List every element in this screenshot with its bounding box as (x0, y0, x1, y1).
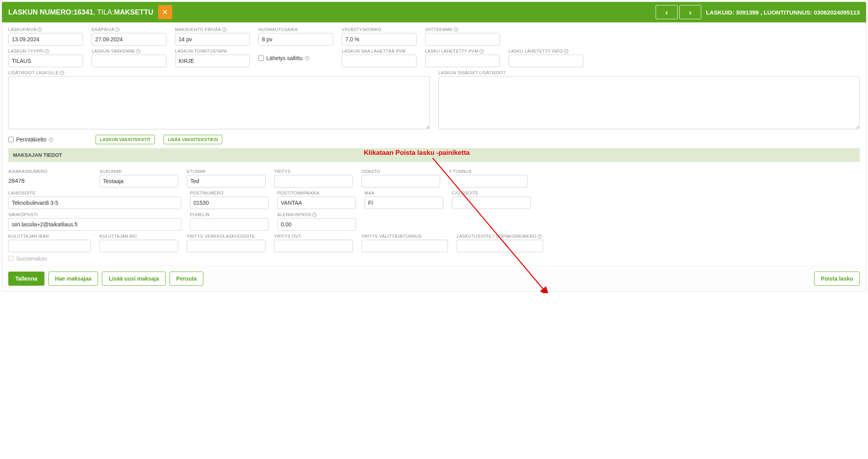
puhelin-label: PUHELIN (190, 212, 269, 217)
help-icon[interactable]: ? (564, 49, 568, 53)
maksuehto-input[interactable] (175, 33, 250, 46)
asiakasnumero-label: ASIAKASNUMERO (8, 169, 91, 174)
sisaiset-textarea[interactable] (439, 76, 860, 129)
saa-lahettaa-label: LASKUN SAA LÄHETTÄÄ PVM (342, 49, 416, 53)
laskupaiva-input[interactable] (8, 33, 83, 46)
perintakielto-label: Perintäkielto (16, 136, 46, 143)
co-osoite-input[interactable] (452, 196, 531, 209)
maksuehto-label: MAKSUEHTO PÄIVÄÄ? (175, 27, 250, 32)
lahiosoite-input[interactable] (8, 196, 181, 209)
peruuta-button[interactable]: Peruuta (170, 272, 203, 286)
kuluttajan-iban-label: KULUTTAJAN IBAN (8, 234, 91, 239)
lisaa-vakiotekstiksi-button[interactable]: LISÄÄ VAKIOTEKSTIKSI (164, 135, 223, 144)
sukunimi-input[interactable] (100, 175, 178, 187)
poista-lasku-button[interactable]: Poista lasku (814, 272, 860, 286)
kuluttajan-bic-input[interactable] (100, 240, 178, 252)
laskun-tarkenne-input[interactable] (92, 55, 166, 67)
status-prefix: , TILA: (93, 8, 114, 17)
lahetetty-pvm-input[interactable] (425, 55, 500, 67)
alennuspros-input[interactable] (277, 218, 356, 231)
maa-input[interactable] (365, 196, 443, 209)
help-icon[interactable]: ? (115, 28, 120, 32)
valittaja-input[interactable] (361, 240, 448, 252)
huomautusaika-input[interactable] (258, 33, 333, 46)
viitteemme-label: VIITTEEMME? (425, 27, 500, 32)
help-icon[interactable]: ? (37, 28, 42, 32)
lahetetty-info-input[interactable] (509, 55, 583, 67)
yritys-input[interactable] (274, 175, 353, 187)
osasto-input[interactable] (361, 175, 440, 187)
laskun-tarkenne-label: LASKUN TARKENNE? (92, 49, 166, 53)
header-title: LASKUN NUMERO: 16341 , TILA: MAKSETTU ✕ (8, 5, 172, 19)
etunimi-input[interactable] (187, 175, 265, 187)
lahetetty-pvm-label: LASKU LÄHETETTY PVM? (425, 49, 500, 53)
tools-icon: ✕ (162, 8, 168, 17)
puhelin-input[interactable] (190, 218, 269, 231)
maa-label: MAA (365, 191, 443, 195)
postitoimipaikka-label: POSTITOIMIPAIKKA (277, 191, 356, 195)
viivastyskorko-label: VIIVÄSTYSKORKO (342, 27, 416, 32)
help-icon[interactable]: ? (45, 49, 49, 53)
suoramaksu-label: Suoramaksu (16, 255, 47, 262)
lahetetty-info-label: LASKU LÄHETETTY INFO? (509, 49, 583, 53)
lahiosoite-label: LAHIOSOITE (8, 191, 181, 195)
invoice-status: MAKSETTU (114, 8, 153, 17)
lahetys-sallittu-label: Lähetys sallittu (266, 55, 303, 61)
postinumero-label: POSTINUMERO (190, 191, 269, 195)
huomautusaika-label: HUOMAUTUSAIKA (258, 27, 333, 32)
lisaa-uusi-maksaja-button[interactable]: Lisää uusi maksaja (102, 272, 166, 286)
lisatiedot-label: LISÄTIEDOT LASKULLE? (8, 70, 430, 75)
laskun-vakiotekstit-button[interactable]: LASKUN VAKIOTEKSTIT (96, 135, 155, 144)
prev-invoice-button[interactable]: ‹ (656, 5, 678, 19)
sukunimi-label: SUKUNIMI (100, 169, 178, 174)
sahkoposti-label: SÄHKÖPOSTI (8, 212, 181, 217)
invoice-header: LASKUN NUMERO: 16341 , TILA: MAKSETTU ✕ … (2, 2, 866, 22)
saa-lahettaa-input[interactable] (342, 55, 416, 67)
erapaiva-label: ERÄPÄIVÄ? (92, 27, 166, 32)
postitoimipaikka-input[interactable] (277, 196, 356, 209)
laskun-tyyppi-input[interactable] (8, 55, 83, 67)
laskutusviite-label: LASKUTUSVIITE / SOPIMUSNUMERO ? (457, 234, 543, 239)
lahetys-sallittu-checkbox[interactable] (258, 55, 264, 61)
yritys-verkko-label: YRITYS VERKKOLASKUOSOITE (187, 234, 265, 239)
postinumero-input[interactable] (190, 196, 269, 209)
hae-maksajaa-button[interactable]: Hae maksajaa (48, 272, 98, 286)
laskutusviite-input[interactable] (457, 240, 543, 252)
help-icon[interactable]: ? (136, 49, 140, 53)
yritys-verkko-input[interactable] (187, 240, 265, 252)
alennuspros-label: ALENNUSPROS ? (277, 212, 356, 217)
yritys-ovt-input[interactable] (274, 240, 353, 252)
next-invoice-button[interactable]: › (679, 5, 701, 19)
toimitustapa-input[interactable] (175, 55, 250, 67)
help-icon[interactable]: ? (305, 56, 310, 61)
yritys-ovt-label: YRITYS OVT (274, 234, 353, 239)
etunimi-label: ETUNIMI (187, 169, 265, 174)
tallenna-button[interactable]: Tallenna (8, 272, 44, 286)
chevron-left-icon: ‹ (665, 8, 668, 17)
help-icon[interactable]: ? (454, 28, 458, 32)
perintakielto-checkbox[interactable] (8, 137, 14, 142)
help-icon[interactable]: ? (49, 138, 53, 142)
laskupaiva-label: LASKUPÄIVÄ? (8, 27, 83, 32)
help-icon[interactable]: ? (479, 49, 484, 53)
invoice-number: 16341 (74, 8, 93, 17)
help-icon[interactable]: ? (60, 71, 64, 75)
asiakasnumero-value: 28478 (8, 175, 91, 184)
ytunnus-input[interactable] (449, 175, 527, 187)
kuluttajan-bic-label: KULUTTAJAN BIC (100, 234, 178, 239)
osasto-label: OSASTO (361, 169, 440, 174)
viitteemme-input[interactable] (425, 33, 500, 46)
viivastyskorko-input[interactable] (342, 33, 416, 46)
lisatiedot-textarea[interactable] (8, 76, 430, 129)
erapaiva-input[interactable] (92, 33, 166, 46)
tools-button[interactable]: ✕ (158, 5, 172, 19)
sisaiset-label: LASKUN SISÄISET LISÄTIEDOT (439, 70, 860, 75)
help-icon[interactable]: ? (538, 234, 542, 239)
help-icon[interactable]: ? (222, 28, 227, 32)
action-bar: Tallenna Hae maksajaa Lisää uusi maksaja… (2, 266, 866, 291)
kuluttajan-iban-input[interactable] (8, 240, 91, 252)
help-icon[interactable]: ? (312, 213, 317, 217)
sahkoposti-input[interactable] (8, 218, 181, 231)
co-osoite-label: C/O OSOITE (452, 191, 531, 195)
laskun-tyyppi-label: LASKUN TYYPPI? (8, 49, 83, 53)
